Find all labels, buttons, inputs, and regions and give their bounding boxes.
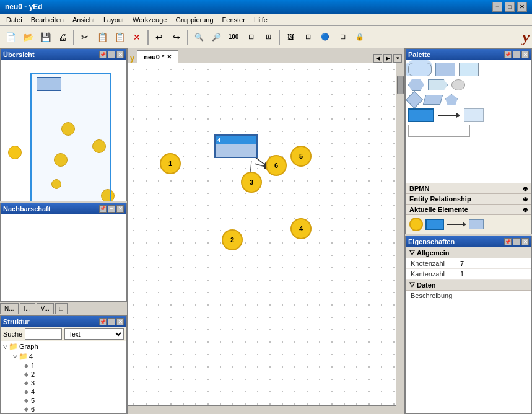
search-dropdown[interactable]: Text xyxy=(64,328,124,340)
nav-back-button[interactable]: ◀ xyxy=(373,54,382,63)
zoom-out-button[interactable]: 🔎 xyxy=(208,29,224,45)
palette-shape-rect-plain[interactable] xyxy=(464,108,484,122)
left-tab-v[interactable]: V... xyxy=(37,303,54,314)
palette-shape-input[interactable] xyxy=(408,125,470,137)
scrollbar-vertical[interactable] xyxy=(396,63,404,414)
palette-shape-rect2[interactable] xyxy=(459,63,479,76)
fit-page-button[interactable]: 🖼 xyxy=(282,29,299,45)
paste-button[interactable]: 📋 xyxy=(111,29,128,45)
grid-button[interactable]: ⊞ xyxy=(300,29,316,45)
left-tab-n[interactable]: N... xyxy=(0,303,19,314)
palette-shape-parallelogram[interactable] xyxy=(423,95,443,105)
tree-item-6[interactable]: ◆ 6 xyxy=(1,405,126,413)
nachbarschaft-close[interactable]: ✕ xyxy=(116,205,124,213)
aktuelle-box[interactable] xyxy=(425,219,444,230)
undo-button[interactable]: ↩ xyxy=(151,29,167,45)
doc-tab-neu0[interactable]: neu0 * ✕ xyxy=(137,50,178,63)
nav-fwd-button[interactable]: ▶ xyxy=(383,54,392,63)
palette-shape-diamond[interactable] xyxy=(406,91,423,108)
palette-min[interactable]: − xyxy=(513,51,520,58)
zoom-sel-button[interactable]: ⊞ xyxy=(260,29,276,45)
nachbarschaft-min[interactable]: − xyxy=(108,205,115,213)
menu-hilfe[interactable]: Hilfe xyxy=(250,15,271,25)
export-button[interactable]: 🔒 xyxy=(352,29,368,45)
prop-section-allgemein[interactable]: ▽ Allgemein xyxy=(406,247,531,258)
palette-shape-rect1[interactable] xyxy=(435,63,455,76)
zoom-in-button[interactable]: 🔍 xyxy=(191,29,207,45)
maximize-button[interactable]: □ xyxy=(505,2,515,12)
palette-shape-hex[interactable] xyxy=(408,79,424,91)
menu-fenster[interactable]: Fenster xyxy=(219,15,249,25)
scrollbar-horizontal[interactable] xyxy=(128,405,396,414)
copy-button[interactable]: 📋 xyxy=(94,29,110,45)
snap-button[interactable]: 🔵 xyxy=(317,29,333,45)
struktur-min[interactable]: − xyxy=(108,318,115,325)
tree-root[interactable]: ▽ 📁 Graph xyxy=(1,341,126,351)
cut-button[interactable]: ✂ xyxy=(77,29,93,45)
lock-button[interactable]: ⊟ xyxy=(334,29,351,45)
palette-shape-cloud[interactable] xyxy=(408,63,432,76)
tree-item-5[interactable]: ◆ 5 xyxy=(1,396,126,405)
save-button[interactable]: 💾 xyxy=(37,29,53,45)
tree-root-expand[interactable]: ▽ xyxy=(3,343,7,350)
overview-close[interactable]: ✕ xyxy=(116,51,124,58)
scrollbar-v-thumb[interactable] xyxy=(397,76,404,94)
menu-bearbeiten[interactable]: Bearbeiten xyxy=(27,15,68,25)
aktuelle-circle[interactable] xyxy=(409,218,423,231)
palette-shape-arrow-line[interactable] xyxy=(438,113,460,118)
doc-tab-close-icon[interactable]: ✕ xyxy=(167,53,172,60)
overview-min[interactable]: − xyxy=(108,51,115,58)
tree-item-2[interactable]: ◆ 2 xyxy=(1,370,126,379)
palette-shape-oval[interactable] xyxy=(451,79,465,90)
menu-ansicht[interactable]: Ansicht xyxy=(69,15,98,25)
graph-node-6[interactable]: 6 xyxy=(266,155,287,176)
redo-button[interactable]: ↪ xyxy=(168,29,185,45)
tree-item-1[interactable]: ◆ 1 xyxy=(1,361,126,370)
eigen-min[interactable]: − xyxy=(513,238,520,245)
tree-4-expand[interactable]: ▽ xyxy=(13,353,17,359)
struktur-pin[interactable]: 📌 xyxy=(99,318,107,325)
palette-pin[interactable]: 📌 xyxy=(504,51,512,58)
eigen-close[interactable]: ✕ xyxy=(521,238,529,245)
palette-cat-entity[interactable]: Entity Relationship ⊕ xyxy=(406,194,531,205)
new-file-button[interactable]: 📄 xyxy=(2,29,19,45)
palette-shape-arrow-rect[interactable] xyxy=(428,79,448,90)
prop-section-daten[interactable]: ▽ Daten xyxy=(406,280,531,291)
tree-item-3[interactable]: ◆ 3 xyxy=(1,379,126,387)
graph-node-2[interactable]: 2 xyxy=(222,229,243,250)
graph-node-box[interactable]: 4 4 xyxy=(214,134,258,158)
palette-close[interactable]: ✕ xyxy=(521,51,529,58)
open-button[interactable]: 📂 xyxy=(20,29,36,45)
nachbarschaft-pin[interactable]: 📌 xyxy=(99,205,107,213)
left-tab-i[interactable]: I... xyxy=(20,303,35,314)
menu-werkzeuge[interactable]: Werkzeuge xyxy=(129,15,170,25)
aktuelle-arrow[interactable] xyxy=(447,222,466,227)
eigen-pin[interactable]: 📌 xyxy=(504,238,512,245)
print-button[interactable]: 🖨 xyxy=(55,29,71,45)
graph-node-1[interactable]: 1 xyxy=(160,153,181,174)
overview-pin[interactable]: 📌 xyxy=(99,51,107,58)
palette-cat-bpmn[interactable]: BPMN ⊕ xyxy=(406,183,531,194)
minimize-button[interactable]: − xyxy=(492,2,502,12)
zoom-fit-button[interactable]: ⊡ xyxy=(243,29,259,45)
menu-gruppierung[interactable]: Gruppierung xyxy=(172,15,217,25)
aktuelle-rect[interactable] xyxy=(469,219,484,229)
tree-4-folder[interactable]: ▽ 📁 4 xyxy=(1,351,126,361)
palette-shape-pentagon[interactable] xyxy=(445,94,458,105)
search-input[interactable] xyxy=(25,328,62,340)
zoom-100-button[interactable]: 100 xyxy=(225,29,242,45)
menu-layout[interactable]: Layout xyxy=(100,15,128,25)
graph-node-4b[interactable]: 4 xyxy=(290,218,312,239)
struktur-close[interactable]: ✕ xyxy=(116,318,124,325)
palette-shape-rect-blue[interactable] xyxy=(408,108,434,122)
close-button[interactable]: ✕ xyxy=(517,2,527,12)
left-tab-extra[interactable]: □ xyxy=(55,303,68,314)
delete-button[interactable]: ✕ xyxy=(129,29,145,45)
nav-menu-button[interactable]: ▾ xyxy=(393,54,402,63)
graph-node-3[interactable]: 3 xyxy=(241,172,262,193)
graph-node-5[interactable]: 5 xyxy=(290,146,312,167)
palette-cat-aktuelle[interactable]: Aktuelle Elemente ⊕ xyxy=(406,205,531,215)
tree-item-4[interactable]: ◆ 4 xyxy=(1,387,126,396)
menu-datei[interactable]: Datei xyxy=(2,15,26,25)
graph-canvas[interactable]: 1 2 3 4 4 5 6 4 xyxy=(128,63,404,414)
